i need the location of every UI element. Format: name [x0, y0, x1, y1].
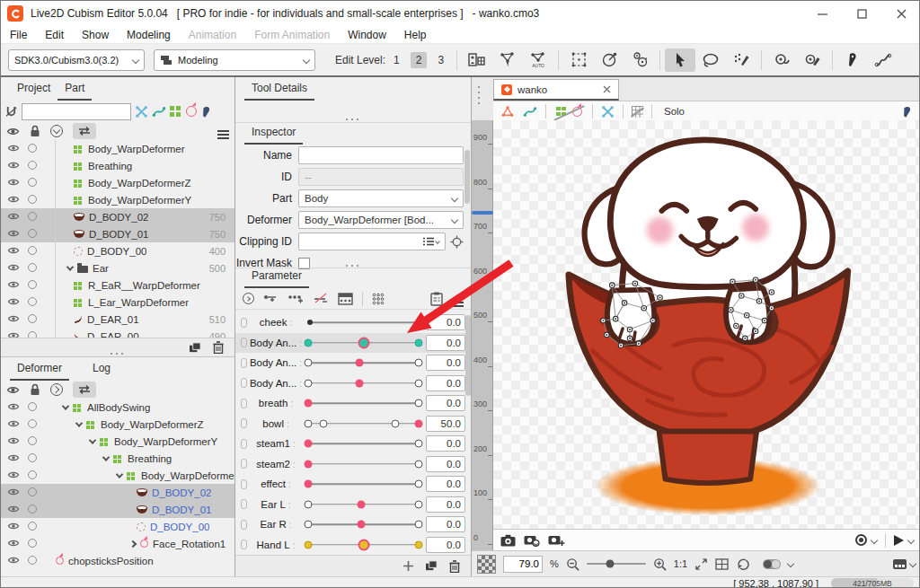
eye-icon[interactable] [7, 487, 20, 497]
expand-collapse-icon[interactable] [50, 125, 63, 137]
parameter-row[interactable]: Ear L 0.0 [235, 495, 471, 515]
maximize-button[interactable] [842, 1, 881, 26]
part-tree-row[interactable]: D_BODY_01 750 [1, 225, 234, 242]
display-mode-chevron-icon[interactable] [787, 560, 794, 567]
minimize-button[interactable] [802, 1, 842, 26]
mesh-toggle-icon[interactable] [500, 105, 515, 118]
name-field[interactable] [298, 146, 464, 164]
param-knob[interactable] [305, 419, 313, 427]
tab-inspector[interactable]: Inspector [244, 122, 303, 145]
clipping-id-field[interactable] [298, 233, 446, 250]
rotate-deformer-icon[interactable] [594, 48, 624, 72]
param-value-box[interactable]: 0.0 [426, 456, 465, 472]
deformer-tree-row[interactable]: Body_WarpDeformerZ [1, 416, 234, 433]
fit-view-icon[interactable] [694, 557, 708, 571]
param-knob[interactable] [305, 338, 313, 347]
deformer-select[interactable]: Body_WarpDeformer [Bod... [298, 211, 464, 229]
part-tree-row[interactable]: D_BODY_00 400 [1, 242, 234, 259]
expand-params-icon[interactable] [243, 293, 254, 304]
eye-icon[interactable] [7, 418, 20, 429]
menu-show[interactable]: Show [73, 26, 118, 44]
param-value-box[interactable]: 0.0 [426, 476, 465, 492]
tree-chevron-icon[interactable] [116, 470, 123, 478]
tab-parameter[interactable]: Parameter [244, 266, 309, 288]
camera-add-icon[interactable] [548, 533, 565, 547]
deformer-tree-row[interactable]: chopsticksPosition [1, 552, 234, 569]
part-search-input[interactable] [22, 103, 131, 120]
mesh-auto-icon[interactable]: AUTO [523, 48, 553, 72]
param-value-box[interactable]: 0.0 [426, 435, 465, 452]
edit-level-3[interactable]: 3 [432, 52, 449, 68]
record-icon[interactable] [855, 534, 867, 546]
visibility-eye-icon[interactable] [6, 384, 20, 396]
tab-deformer[interactable]: Deformer [10, 358, 69, 381]
glue-tool-icon[interactable] [766, 48, 797, 72]
param-knob[interactable] [358, 500, 366, 508]
param-knob[interactable] [415, 500, 423, 508]
parameter-row[interactable]: Body An... 0.0 [235, 353, 471, 373]
param-value-box[interactable]: 50.0 [426, 416, 465, 432]
clipping-list-icon[interactable] [423, 237, 439, 246]
param-knob[interactable] [355, 359, 363, 367]
add-parameter-icon[interactable] [402, 560, 414, 572]
swap-order-button[interactable] [73, 382, 96, 398]
tab-part[interactable]: Part [58, 78, 92, 101]
inspector-scrollbar[interactable] [464, 150, 470, 204]
pick-target-icon[interactable] [450, 235, 464, 249]
param-slider[interactable] [306, 316, 420, 329]
eye-icon[interactable] [7, 262, 20, 273]
deformer-tree-row[interactable]: D_BODY_01 [1, 501, 234, 518]
param-slider[interactable] [306, 518, 420, 531]
tree-chevron-icon[interactable] [129, 540, 137, 547]
part-tree-row[interactable]: Body_WarpDeformerZ [1, 174, 234, 191]
param-slider[interactable] [306, 417, 420, 430]
param-knob[interactable] [320, 419, 328, 427]
param-slider[interactable] [306, 539, 420, 551]
grid-toggle-icon[interactable] [632, 106, 643, 118]
trash-icon[interactable] [449, 560, 460, 573]
param-value-box[interactable]: 0.0 [426, 395, 465, 411]
param-link-icon[interactable] [241, 439, 247, 449]
param-link-icon[interactable] [241, 459, 247, 469]
mode-dropdown[interactable]: Modeling [154, 49, 315, 71]
lasso-tool-icon[interactable] [695, 48, 726, 72]
part-tree-row[interactable]: Body_WarpDeformerY [1, 191, 234, 208]
resize-handle[interactable] [109, 352, 127, 355]
select-circle-icon[interactable] [28, 453, 37, 462]
deformer-tree-row[interactable]: Face_Rotation1 [1, 535, 234, 552]
eye-icon[interactable] [7, 313, 20, 324]
trash-icon[interactable] [213, 341, 224, 354]
eye-icon[interactable] [7, 245, 20, 256]
select-circle-icon[interactable] [28, 539, 37, 548]
param-link-icon[interactable] [241, 540, 247, 549]
select-circle-icon[interactable] [28, 314, 37, 323]
add-keys-icon[interactable] [288, 293, 305, 304]
param-knob[interactable] [415, 480, 423, 488]
param-link-icon[interactable] [241, 399, 247, 408]
select-circle-icon[interactable] [28, 419, 37, 428]
part-select[interactable]: Body [298, 189, 464, 207]
document-tab[interactable]: wanko [493, 79, 619, 101]
parameter-scrollbar[interactable] [465, 315, 471, 396]
eye-icon[interactable] [7, 228, 20, 239]
part-tree-row[interactable]: Breathing [1, 157, 234, 174]
param-knob[interactable] [415, 540, 423, 549]
eye-icon[interactable] [7, 401, 20, 412]
param-link-icon[interactable] [241, 499, 247, 509]
param-knob[interactable] [415, 521, 423, 529]
section-resize-handle[interactable] [344, 118, 362, 121]
param-link-icon[interactable] [241, 318, 247, 328]
path-toggle-icon[interactable] [523, 105, 537, 118]
model-texture-icon[interactable] [462, 48, 492, 72]
param-knob[interactable] [305, 500, 313, 508]
part-tree-row[interactable]: Ear 500 [1, 259, 234, 276]
param-knob[interactable] [305, 359, 313, 367]
canvas-artwork[interactable] [535, 133, 920, 524]
display-mode-toggle-icon[interactable] [763, 559, 781, 569]
visibility-eye-icon[interactable] [6, 126, 20, 137]
select-circle-icon[interactable] [28, 212, 37, 221]
panel-menu-icon[interactable] [217, 130, 229, 132]
param-knob[interactable] [355, 379, 363, 387]
eye-icon[interactable] [7, 435, 20, 446]
param-knob[interactable] [392, 419, 400, 427]
